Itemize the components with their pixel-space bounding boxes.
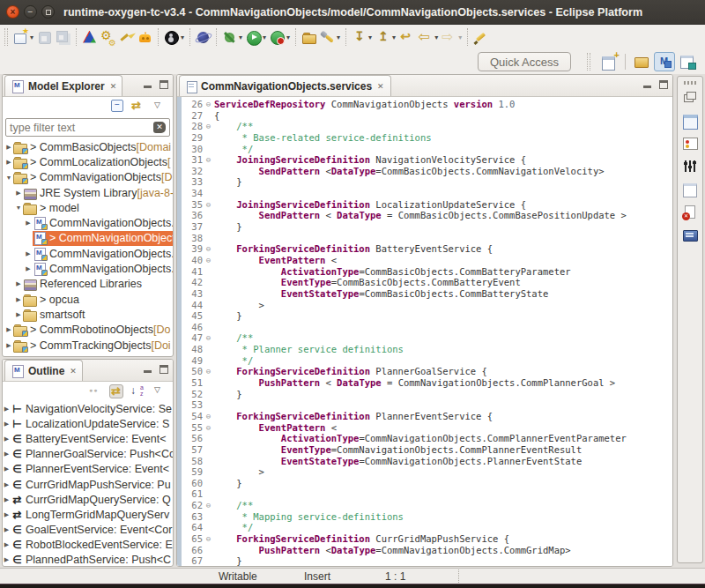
fold-marker-icon[interactable]: ⊖ <box>203 500 214 511</box>
tree-item[interactable]: ▶> CommTrackingObjects [Doi <box>3 338 173 353</box>
tab-outline[interactable]: Outline ✕ <box>4 360 83 381</box>
link-with-editor-icon[interactable] <box>130 100 145 114</box>
quick-access-button[interactable]: Quick Access <box>478 52 571 71</box>
minimize-view-icon[interactable] <box>144 86 152 88</box>
tree-item[interactable]: ▶> CommLocalizationObjects [ <box>3 154 173 169</box>
tree-item[interactable]: > CommNavigationObjects <box>3 231 173 246</box>
expander-icon[interactable]: ▶ <box>14 311 23 318</box>
debug-button[interactable]: ▾ <box>220 26 244 48</box>
close-icon[interactable]: ✕ <box>110 82 117 91</box>
back-button[interactable]: ▾ <box>416 26 440 48</box>
fold-marker-icon[interactable]: ⊖ <box>203 243 214 255</box>
open-folder-button[interactable] <box>300 26 318 48</box>
outline-item[interactable]: ▶⊢NavigationVelocityService: Se <box>3 401 173 416</box>
chevron-down-icon[interactable]: ▾ <box>458 33 462 41</box>
errorlog-view-icon[interactable] <box>681 205 699 220</box>
filters-view-icon[interactable] <box>681 159 699 175</box>
tree-item[interactable]: ▶smartsoft <box>3 307 173 322</box>
fold-marker-icon[interactable]: ⊖ <box>203 332 214 344</box>
clean-button[interactable] <box>117 26 136 48</box>
fold-marker-icon[interactable]: ⊖ <box>203 121 214 132</box>
other-perspective-icon[interactable] <box>677 52 698 71</box>
tree-item[interactable]: ▶Referenced Libraries <box>3 277 173 292</box>
tree-item[interactable]: ▶> opcua <box>3 292 173 307</box>
outline-item[interactable]: ▶⇄CurrGridMapQueryService: Q <box>3 492 173 507</box>
fold-marker-icon[interactable]: ⊖ <box>203 99 214 110</box>
window-view-icon[interactable] <box>681 182 699 197</box>
tab-editor-services-file[interactable]: CommNavigationObjects.services ✕ <box>179 75 391 96</box>
expander-icon[interactable]: ▶ <box>4 326 13 333</box>
chevron-down-icon[interactable]: ▾ <box>263 33 266 41</box>
minimize-view-icon[interactable] <box>144 370 152 373</box>
fold-marker-icon[interactable]: ⊖ <box>203 154 214 166</box>
fold-marker-icon[interactable]: ⊖ <box>203 533 214 545</box>
expander-icon[interactable]: ▶ <box>3 465 11 473</box>
new-wizard-button[interactable]: ▾ <box>11 26 35 48</box>
chevron-down-icon[interactable]: ▾ <box>434 33 438 41</box>
expander-icon[interactable]: ▶ <box>4 144 13 151</box>
expander-icon[interactable]: ▶ <box>24 220 33 227</box>
outline-item[interactable]: ▶∈CurrGridMapPushService: Pu <box>3 477 173 492</box>
close-icon[interactable]: ✕ <box>70 367 77 376</box>
chevron-down-icon[interactable]: ▾ <box>30 33 33 41</box>
run-external-button[interactable]: ▾ <box>268 26 292 48</box>
expander-icon[interactable]: ▶ <box>3 511 11 518</box>
tree-item[interactable]: ▶JRE System Library [java-8-o <box>3 185 173 200</box>
minimize-view-icon[interactable] <box>643 86 651 88</box>
expander-icon[interactable]: ▶ <box>3 435 11 443</box>
maximize-view-icon[interactable] <box>160 80 168 89</box>
expander-icon[interactable]: ▶ <box>14 280 23 287</box>
prev-annotation-button[interactable]: ▾ <box>374 26 397 48</box>
clear-filter-icon[interactable]: ✕ <box>153 122 166 133</box>
sort-alphabetically-icon[interactable] <box>130 384 145 398</box>
chevron-down-icon[interactable]: ▾ <box>337 33 340 41</box>
link-with-editor-icon[interactable] <box>109 384 123 398</box>
chevron-down-icon[interactable]: ▾ <box>239 33 242 41</box>
expander-icon[interactable]: ▶ <box>14 296 23 303</box>
expander-icon[interactable]: ▶ <box>3 406 11 413</box>
maximize-view-icon[interactable] <box>659 80 668 89</box>
strip-drag-handle[interactable] <box>684 81 696 85</box>
expander-icon[interactable]: ▼ <box>14 205 23 211</box>
next-annotation-button[interactable]: ▾ <box>350 26 374 48</box>
outline-item[interactable]: ▶⊢LocalizationUpdateService: S <box>3 416 173 431</box>
fold-marker-icon[interactable]: ⊖ <box>203 411 214 422</box>
outline-item[interactable]: ▶⇄LongTermGridMapQueryServ <box>3 507 173 522</box>
last-edit-button[interactable] <box>397 26 416 48</box>
console-view-icon[interactable] <box>681 227 699 243</box>
user-button[interactable]: ▾ <box>162 26 186 48</box>
expander-icon[interactable]: ▶ <box>14 190 23 197</box>
code-editor[interactable]: 26⊖ServiceDefRepository CommNavigationOb… <box>177 97 672 566</box>
expander-icon[interactable]: ▼ <box>4 175 13 181</box>
expander-icon[interactable]: ▶ <box>3 481 11 488</box>
chevron-down-icon[interactable]: ▾ <box>181 33 184 41</box>
outline-item[interactable]: ▶∈GoalEventService: Event<Cor <box>3 523 173 538</box>
fold-marker-icon[interactable]: ⊖ <box>203 422 214 434</box>
restore-view-icon[interactable] <box>681 90 699 106</box>
tab-model-explorer[interactable]: Model Explorer ✕ <box>4 75 122 96</box>
search-button[interactable]: ▾ <box>318 26 342 48</box>
properties-view-icon[interactable] <box>681 113 699 129</box>
expander-icon[interactable]: ▶ <box>4 159 13 166</box>
planet-button[interactable] <box>194 26 212 48</box>
expander-icon[interactable]: ▶ <box>3 496 11 503</box>
expander-icon[interactable]: ▶ <box>4 342 13 349</box>
maximize-window-button[interactable] <box>41 5 55 19</box>
tree-item[interactable]: ▶CommNavigationObjects.s <box>3 246 173 261</box>
tree-item[interactable]: ▶> CommBasicObjects [Domai <box>3 139 173 154</box>
robot-button[interactable] <box>136 26 154 48</box>
expander-icon[interactable]: ▶ <box>3 450 11 458</box>
outline-item[interactable]: ▶∈PlannedPathService: Push<C <box>3 553 173 564</box>
outline-item[interactable]: ▶∈PlannerGoalService: Push<Co <box>3 447 173 462</box>
tree-item[interactable]: ▶CommNavigationObjects.l <box>3 261 173 276</box>
tree-item[interactable]: ▼> CommNavigationObjects [D <box>3 170 173 185</box>
run-button[interactable]: ▾ <box>244 26 268 48</box>
chevron-down-icon[interactable]: ▾ <box>368 33 372 41</box>
highlighter-button[interactable] <box>471 26 490 48</box>
fold-marker-icon[interactable]: ⊖ <box>203 199 214 211</box>
expander-icon[interactable]: ▶ <box>3 421 11 428</box>
expander-icon[interactable]: ▶ <box>3 541 11 548</box>
fold-marker-icon[interactable]: ⊖ <box>203 366 214 377</box>
close-icon[interactable]: ✕ <box>377 82 384 91</box>
chevron-down-icon[interactable]: ▾ <box>286 33 290 41</box>
